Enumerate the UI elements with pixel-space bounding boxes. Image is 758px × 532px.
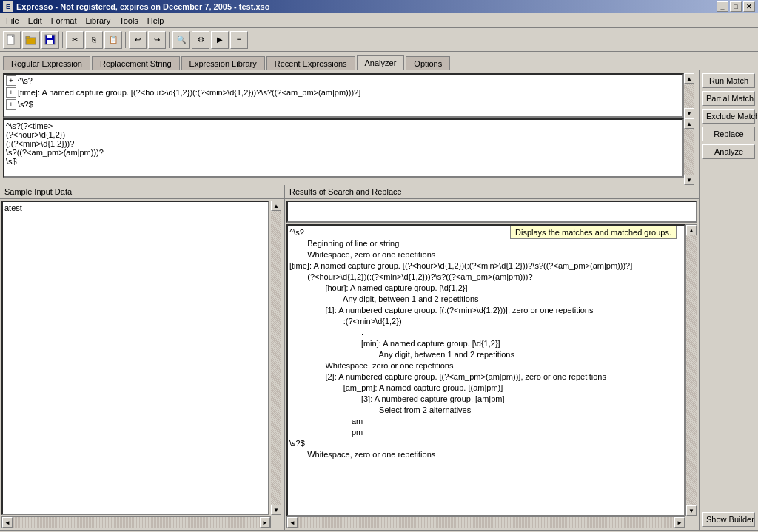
tree-expand-2[interactable]: + xyxy=(6,87,16,98)
results-hscroll[interactable]: ◄ ► xyxy=(286,516,685,528)
app-icon: E xyxy=(3,1,13,12)
maximize-button[interactable]: □ xyxy=(730,1,742,12)
analyzer-tree[interactable]: + ^\s? + [time]: A named capture group. … xyxy=(3,73,684,118)
right-panel: Run Match Partial Match Exclude Match Re… xyxy=(699,70,758,530)
results-line-11: Any digit, between 1 and 2 repetitions xyxy=(289,349,682,360)
results-line-4: (?<hour>\d{1,2})(:(?<min>\d{1,2}))?\s?((… xyxy=(289,272,682,283)
tab-replacement-string[interactable]: Replacement String xyxy=(92,56,180,70)
copy-button[interactable]: ⎘ xyxy=(85,31,103,49)
paste-button[interactable]: 📋 xyxy=(104,31,122,49)
results-line-19: \s?$ xyxy=(289,438,682,449)
results-hscroll-track[interactable] xyxy=(298,517,674,528)
toolbar-sep-1 xyxy=(62,32,63,48)
results-line-1: Beginning of line or string xyxy=(289,238,682,249)
expr-scroll-down[interactable]: ▼ xyxy=(684,175,694,185)
replace-button[interactable]: Replace xyxy=(702,127,755,141)
tree-scroll-track[interactable] xyxy=(684,84,694,108)
expression-text: ^\s?(?<time> (?<hour>\d{1,2}) (:(?<min>\… xyxy=(6,121,681,166)
tree-item-1: + ^\s? xyxy=(4,75,682,87)
main-container: + ^\s? + [time]: A named capture group. … xyxy=(0,70,758,530)
open-button[interactable] xyxy=(22,31,40,49)
minimize-button[interactable]: _ xyxy=(717,1,728,12)
save-button[interactable] xyxy=(41,31,59,49)
results-hscroll-right[interactable]: ► xyxy=(674,517,685,528)
sample-scroll-up[interactable]: ▲ xyxy=(271,201,281,211)
exclude-match-button[interactable]: Exclude Match xyxy=(702,109,755,124)
tree-expand-3[interactable]: + xyxy=(6,99,16,110)
expr-scroll-up[interactable]: ▲ xyxy=(684,118,694,129)
results-hscroll-left[interactable]: ◄ xyxy=(287,517,298,528)
menu-file[interactable]: File xyxy=(1,15,24,27)
toolbar-sep-2 xyxy=(125,32,126,48)
tree-label-3: \s?$ xyxy=(18,100,33,109)
tabs-bar: Regular Expression Replacement String Ex… xyxy=(0,52,758,70)
toolbar: ✂ ⎘ 📋 ↩ ↪ 🔍 ⚙ ▶ ≡ xyxy=(0,28,758,52)
analyze-button[interactable]: Analyze xyxy=(702,144,755,159)
expr-scroll-track[interactable] xyxy=(684,129,694,175)
results-scroll-track[interactable] xyxy=(686,235,697,505)
menu-edit[interactable]: Edit xyxy=(24,15,47,27)
results-line-15: [3]: A numbered capture group. [am|pm] xyxy=(289,394,682,405)
tab-recent-expressions[interactable]: Recent Expressions xyxy=(266,56,355,70)
sample-hscroll-left[interactable]: ◄ xyxy=(2,517,13,528)
close-button[interactable]: ✕ xyxy=(743,1,755,12)
results-line-13: [2]: A numbered capture group. [(?<am_pm… xyxy=(289,371,682,383)
sample-scroll-down[interactable]: ▼ xyxy=(271,505,281,515)
build-button[interactable]: ⚙ xyxy=(192,31,209,49)
tab-regular-expression[interactable]: Regular Expression xyxy=(3,56,90,70)
window-controls: _ □ ✕ xyxy=(717,1,755,12)
menu-help[interactable]: Help xyxy=(143,15,169,27)
sample-input-header: Sample Input Data xyxy=(0,185,284,199)
sample-text: atest xyxy=(4,203,22,212)
tree-scroll-down[interactable]: ▼ xyxy=(684,108,694,118)
results-line-14: [am_pm]: A named capture group. [(am|pm)… xyxy=(289,383,682,394)
menu-tools[interactable]: Tools xyxy=(115,15,143,27)
expr-vscroll: ▲ ▼ xyxy=(684,118,696,185)
tree-item-2: + [time]: A named capture group. [(?<hou… xyxy=(4,87,682,98)
menu-format[interactable]: Format xyxy=(47,15,81,27)
sample-input-textarea[interactable]: atest xyxy=(1,201,269,515)
svg-rect-6 xyxy=(47,40,53,44)
cut-button[interactable]: ✂ xyxy=(66,31,84,49)
results-line-16: Select from 2 alternatives xyxy=(289,405,682,416)
title-bar: E Expresso - Not registered, expires on … xyxy=(0,0,758,13)
sample-scroll-track[interactable] xyxy=(271,211,281,505)
tab-options[interactable]: Options xyxy=(406,56,450,70)
sample-hscroll-right[interactable]: ► xyxy=(260,517,270,528)
results-vscroll: ▲ ▼ xyxy=(685,224,697,516)
show-builder-button[interactable]: Show Builder xyxy=(702,512,755,527)
run-button[interactable]: ▶ xyxy=(211,31,229,49)
new-button[interactable] xyxy=(3,31,21,49)
tree-vscroll: ▲ ▼ xyxy=(684,73,696,118)
bottom-split: Sample Input Data atest ▲ ▼ ◄ ► xyxy=(0,185,699,530)
search-button[interactable]: 🔍 xyxy=(172,31,190,49)
sample-vscroll: ▲ ▼ xyxy=(271,201,283,515)
tab-expression-library[interactable]: Expression Library xyxy=(181,56,265,70)
results-line-2: Whitespace, zero or one repetitions xyxy=(289,249,682,260)
content-area: + ^\s? + [time]: A named capture group. … xyxy=(0,70,699,530)
undo-button[interactable]: ↩ xyxy=(129,31,147,49)
options-button[interactable]: ≡ xyxy=(230,31,248,49)
results-line-7: [1]: A numbered capture group. [(:(?<min… xyxy=(289,305,682,316)
tree-scroll-up[interactable]: ▲ xyxy=(684,73,694,84)
results-line-8: :(?<min>\d{1,2}) xyxy=(289,316,682,327)
results-content[interactable]: Displays the matches and matched groups.… xyxy=(286,224,685,516)
menu-library[interactable]: Library xyxy=(81,15,115,27)
run-match-button[interactable]: Run Match xyxy=(702,73,755,88)
results-scroll-down[interactable]: ▼ xyxy=(686,505,697,516)
results-scroll-up[interactable]: ▲ xyxy=(686,225,697,235)
sample-hscroll-track[interactable] xyxy=(13,517,260,528)
tree-expand-1[interactable]: + xyxy=(6,75,16,86)
tab-analyzer[interactable]: Analyzer xyxy=(357,55,405,70)
results-line-6: Any digit, between 1 and 2 repetitions xyxy=(289,294,682,305)
toolbar-sep-3 xyxy=(169,32,170,48)
sample-input-panel: Sample Input Data atest ▲ ▼ ◄ ► xyxy=(0,185,285,530)
results-line-17: am xyxy=(289,416,682,427)
results-line-5: [hour]: A named capture group. [\d{1,2}] xyxy=(289,283,682,294)
partial-match-button[interactable]: Partial Match xyxy=(702,91,755,106)
expression-textarea[interactable]: ^\s?(?<time> (?<hour>\d{1,2}) (:(?<min>\… xyxy=(3,118,684,178)
results-line-3: [time]: A named capture group. [(?<hour>… xyxy=(289,260,682,272)
sample-hscroll[interactable]: ◄ ► xyxy=(1,516,271,528)
window-title: Expresso - Not registered, expires on De… xyxy=(16,2,269,11)
redo-button[interactable]: ↪ xyxy=(148,31,166,49)
